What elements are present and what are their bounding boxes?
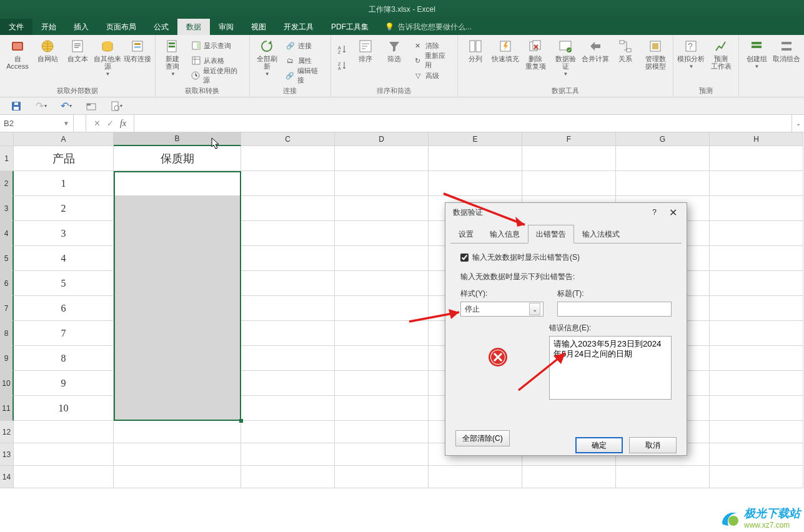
print-preview-button[interactable]: ▾ [110,100,122,112]
cell[interactable] [241,421,335,443]
reapply-button[interactable]: ↻重新应用 [410,54,454,67]
from-web-button[interactable]: 自网站 [34,36,61,81]
row-header-9[interactable]: 9 [0,346,14,371]
cell[interactable] [710,321,803,346]
row-header-10[interactable]: 10 [0,371,14,396]
cell[interactable] [710,421,803,443]
cell-A9[interactable]: 8 [14,346,114,371]
cell[interactable] [241,296,335,321]
error-msg-input[interactable] [549,336,672,400]
cell[interactable] [241,321,335,346]
group-button[interactable]: 创建组▼ [743,36,770,81]
cell[interactable] [241,443,335,466]
cell[interactable] [429,171,522,196]
cell-C1[interactable] [241,146,335,171]
clear-filter-button[interactable]: ✕清除 [410,39,454,52]
text-to-columns-button[interactable]: 分列 [462,36,489,81]
cell[interactable] [710,346,803,371]
cell-B5[interactable] [114,246,241,271]
row-header-14[interactable]: 14 [0,466,14,488]
cell[interactable] [335,196,429,221]
col-header-D[interactable]: D [335,132,429,146]
connections-button[interactable]: 🔗连接 [283,39,327,52]
cancel-formula-button[interactable]: ✕ [94,119,101,128]
recent-sources-button[interactable]: 最近使用的源 [189,69,246,82]
cell[interactable] [616,466,710,488]
show-queries-button[interactable]: 显示查询 [189,39,246,52]
row-header-8[interactable]: 8 [0,321,14,346]
tab-insert[interactable]: 插入 [65,19,97,35]
tab-review[interactable]: 审阅 [210,19,242,35]
from-other-button[interactable]: 自其他来源 ▼ [94,36,121,81]
cell-B6[interactable] [114,271,241,296]
cell[interactable] [335,396,429,421]
cell-B3[interactable] [114,196,241,221]
cell[interactable] [14,466,114,488]
select-all-corner[interactable] [0,132,14,146]
row-header-4[interactable]: 4 [0,221,14,246]
relationships-button[interactable]: 关系 [612,36,639,81]
remove-dup-button[interactable]: 删除 重复项 [522,36,549,81]
clear-all-button[interactable]: 全部清除(C) [455,430,510,446]
from-access-button[interactable]: 自 Access [4,36,31,81]
cell[interactable] [335,421,429,443]
properties-button[interactable]: 🗂属性 [283,54,327,67]
row-header-1[interactable]: 1 [0,146,14,171]
cell[interactable] [710,371,803,396]
cell-B2[interactable] [114,171,241,196]
tab-data[interactable]: 数据 [177,19,210,35]
style-select[interactable]: 停止 ⌄ [460,302,543,317]
cell[interactable] [335,443,429,466]
cell[interactable] [335,296,429,321]
data-model-button[interactable]: 管理数 据模型 [642,36,669,81]
data-validation-button[interactable]: 数据验 证▼ [552,36,579,81]
col-header-B[interactable]: B [114,132,241,146]
cell[interactable] [335,346,429,371]
existing-conn-button[interactable]: 现有连接 [124,36,151,81]
cell[interactable] [241,246,335,271]
cell[interactable] [616,171,710,196]
col-header-E[interactable]: E [429,132,522,146]
tab-layout[interactable]: 页面布局 [97,19,145,35]
cell-B4[interactable] [114,221,241,246]
ok-button[interactable]: 确定 [575,437,623,453]
cell[interactable] [335,171,429,196]
refresh-all-button[interactable]: 全部刷新 ▼ [254,36,280,81]
redo-button[interactable]: ↷▾ [35,100,47,112]
cell-A1[interactable]: 产品 [14,146,114,171]
cell[interactable] [710,271,803,296]
from-table-button[interactable]: 从表格 [189,54,246,67]
flash-fill-button[interactable]: 快速填充 [492,36,519,81]
cell[interactable] [335,271,429,296]
cell-B11[interactable] [114,396,241,421]
cell-A3[interactable]: 2 [14,196,114,221]
undo-button[interactable]: ↶▾ [60,100,72,112]
col-header-A[interactable]: A [14,132,114,146]
cell[interactable] [241,196,335,221]
cell[interactable] [710,396,803,421]
cell[interactable] [241,171,335,196]
cell[interactable] [241,371,335,396]
selection-handle[interactable] [239,419,243,423]
cell[interactable] [14,421,114,443]
dialog-tab-input-msg[interactable]: 输入信息 [482,225,528,244]
cell-B10[interactable] [114,371,241,396]
dialog-close-button[interactable]: ✕ [664,205,682,219]
consolidate-button[interactable]: 合并计算 [582,36,609,81]
what-if-button[interactable]: ?模拟分析▼ [677,36,705,81]
sort-desc-button[interactable]: ZA [335,59,350,72]
cell[interactable] [114,421,241,443]
cell-E1[interactable] [429,146,522,171]
col-header-C[interactable]: C [241,132,335,146]
cell-A5[interactable]: 4 [14,246,114,271]
new-query-button[interactable]: 新建 查询 ▼ [159,36,186,81]
row-header-2[interactable]: 2 [0,171,14,196]
cell[interactable] [335,466,429,488]
cell[interactable] [335,221,429,246]
cell[interactable] [241,221,335,246]
cell-A11[interactable]: 10 [14,396,114,421]
enter-formula-button[interactable]: ✓ [107,119,114,128]
tab-pdf[interactable]: PDF工具集 [322,19,377,35]
tab-file[interactable]: 文件 [0,19,32,35]
cell[interactable] [522,171,616,196]
